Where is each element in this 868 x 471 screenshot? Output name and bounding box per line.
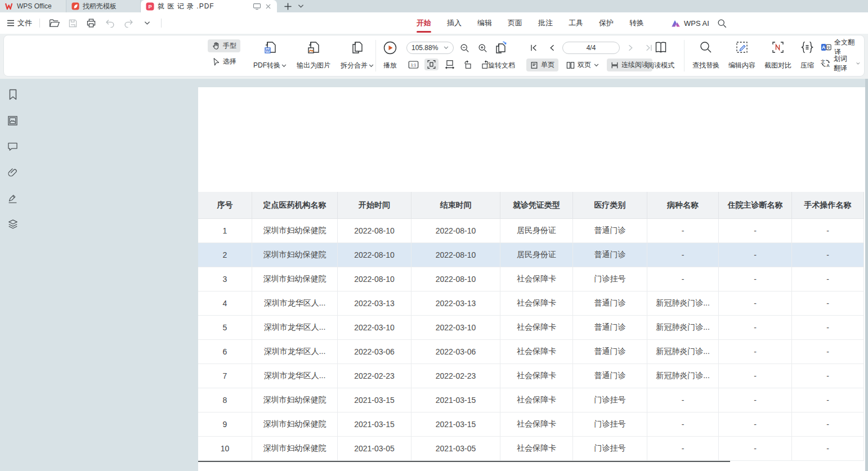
table-row[interactable]: 3 深圳市妇幼保健院 2022-08-10 2022-08-10 社会保障卡 门… [198,267,864,291]
pdf-file-icon: P [146,2,154,11]
open-file-icon[interactable] [47,16,61,30]
cell-disease-name: 新冠肺炎门诊... [647,316,719,340]
menu-item[interactable]: 编辑 [469,12,500,34]
compress-label: 压缩 [800,61,814,70]
cell-operation-name: - [792,219,864,243]
play-button[interactable]: 播放 [380,39,400,71]
menu-item[interactable]: 保护 [591,12,621,34]
tab-document-active[interactable]: P 就 医 记 录 .PDF [141,0,277,12]
redo-icon[interactable] [122,16,135,30]
find-replace-button[interactable]: 查找替换 [690,39,722,71]
word-translate-button[interactable]: 文A 划词翻译 [817,57,864,70]
wps-ai-menu[interactable]: WPS AI [671,12,709,34]
table-row[interactable]: 8 深圳市妇幼保健院 2021-03-15 2021-03-15 社会保障卡 门… [198,388,864,412]
menu-search-icon[interactable] [715,16,728,30]
screenshot-compare-button[interactable]: 截图对比 [762,39,794,71]
next-page-icon[interactable] [624,42,638,54]
full-text-translate-button[interactable]: A文 全文翻译 [817,41,864,53]
cell-institution: 深圳市妇幼保健院 [252,412,338,437]
hand-tool-button[interactable]: 手型 [208,39,240,52]
save-icon[interactable] [66,16,79,30]
divider [39,19,40,28]
table-row[interactable]: 6 深圳市龙华区人... 2022-03-06 2022-03-06 社会保障卡… [198,340,864,364]
attachment-panel-icon[interactable] [6,165,20,180]
column-header: 住院主诊断名称 [719,192,792,219]
cell-disease-name: 新冠肺炎门诊... [647,340,719,364]
pdf-convert-label: PDF转换 [253,61,280,70]
read-mode-button[interactable]: 阅读模式 [645,39,677,71]
export-image-button[interactable]: 输出为图片 [294,39,333,71]
column-header: 定点医药机构名称 [252,192,338,219]
double-page-view-button[interactable]: 双页 [562,59,603,71]
table-row[interactable]: 9 深圳市妇幼保健院 2021-03-15 2021-03-15 社会保障卡 门… [198,412,864,437]
split-merge-button[interactable]: 拆分合并 [338,39,377,71]
table-row[interactable]: 1 深圳市妇幼保健院 2022-08-10 2022-08-10 居民身份证 普… [198,219,864,243]
table-row[interactable]: 10 深圳市妇幼保健院 2021-03-05 2021-03-05 社会保障卡 … [198,437,864,461]
cell-credential-type: 社会保障卡 [500,316,573,340]
actual-size-icon[interactable]: 1:1 [406,59,420,70]
rotate-document-button[interactable]: 旋转文档 [485,39,518,71]
column-header: 结束时间 [411,192,500,219]
more-actions-chevron-icon[interactable] [140,16,154,30]
tab-docer[interactable]: 找稻壳模板 [66,0,141,12]
cell-start-date: 2022-02-23 [338,364,411,388]
pdf-convert-button[interactable]: W PDF转换 [250,39,289,71]
first-page-icon[interactable] [526,42,540,54]
file-menu-button[interactable]: 文件 [7,18,32,28]
select-tool-button[interactable]: 选择 [208,55,240,68]
layers-panel-icon[interactable] [6,217,20,231]
comment-panel-icon[interactable] [6,139,20,154]
zoom-level-select[interactable]: 105.88% [406,42,454,54]
zoom-out-icon[interactable] [458,42,472,54]
menu-item[interactable]: 插入 [439,12,469,34]
full-text-translate-icon: A文 [821,43,831,52]
double-page-icon [566,61,575,69]
menu-item[interactable]: 开始 [409,12,439,34]
rotate-left-icon[interactable] [460,59,475,70]
cell-index: 2 [198,243,252,267]
select-tool-label: 选择 [223,57,236,66]
undo-icon[interactable] [103,16,117,30]
split-merge-label: 拆分合并 [341,61,368,70]
page-number-input[interactable] [562,42,620,54]
double-page-label: 双页 [578,60,591,70]
table-row[interactable]: 5 深圳市龙华区人... 2022-03-10 2022-03-10 社会保障卡… [198,316,864,340]
ribbon-band: 手型 选择 W PDF转换 输出为图片 拆分合并 [0,34,868,79]
pdf-page[interactable]: 序号定点医药机构名称开始时间结束时间就诊凭证类型医疗类别病种名称住院主诊断名称手… [198,87,865,471]
edit-content-button[interactable]: 编辑内容 [726,39,758,71]
single-page-view-button[interactable]: 单页 [526,59,558,71]
split-merge-icon [350,41,365,55]
previous-page-icon[interactable] [544,42,558,54]
tab-wps-office[interactable]: WPS Office [0,0,66,12]
menu-item[interactable]: 页面 [500,12,530,34]
fit-page-icon[interactable] [424,59,439,70]
present-monitor-icon[interactable] [253,3,261,10]
compress-button[interactable]: 压缩 [798,39,817,71]
tab-list-chevron-icon[interactable] [298,4,304,8]
vertical-scrollbar[interactable] [865,79,868,471]
menu-item[interactable]: 转换 [621,12,652,34]
table-row[interactable]: 7 深圳市龙华区人... 2022-02-23 2022-02-23 社会保障卡… [198,364,864,388]
svg-text:1:1: 1:1 [411,63,416,67]
cell-disease-name: - [647,437,719,461]
bookmark-icon[interactable] [6,87,20,102]
search-icon [699,41,713,54]
menu-item[interactable]: 工具 [561,12,591,34]
table-bottom-border [198,461,730,462]
cell-operation-name: - [792,412,864,437]
cell-medical-category: 门诊挂号 [573,388,647,412]
close-tab-icon[interactable] [265,3,272,10]
cell-index: 8 [198,388,252,412]
table-row[interactable]: 2 深圳市妇幼保健院 2022-08-10 2022-08-10 居民身份证 普… [198,243,864,267]
fit-width-icon[interactable] [442,59,457,70]
cell-institution: 深圳市龙华区人... [252,364,338,388]
table-row[interactable]: 4 深圳市龙华区人... 2022-03-13 2022-03-13 社会保障卡… [198,291,864,316]
cell-medical-category: 门诊挂号 [573,267,647,291]
print-icon[interactable] [84,16,98,30]
signature-icon[interactable] [6,191,20,205]
new-tab-icon[interactable] [284,2,292,11]
thumbnail-panel-icon[interactable] [6,113,20,128]
menu-item[interactable]: 批注 [530,12,561,34]
find-replace-label: 查找替换 [692,61,719,70]
compress-icon [800,41,814,54]
